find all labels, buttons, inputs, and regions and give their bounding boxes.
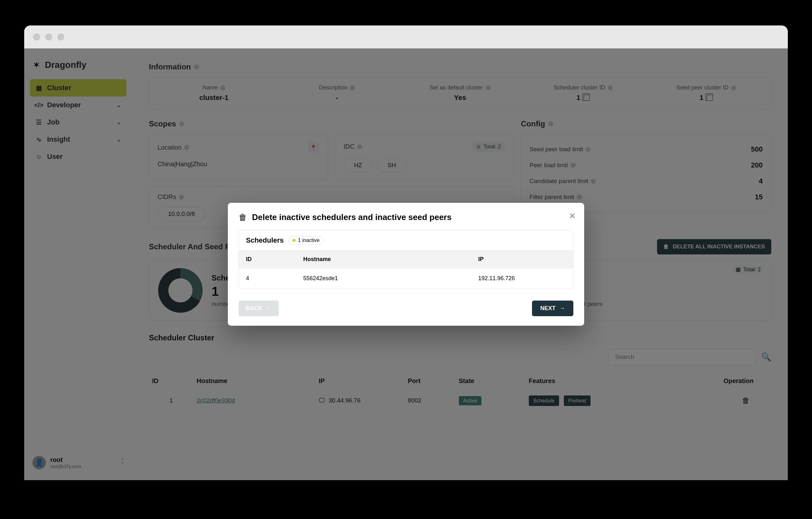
modal-title: Delete inactive schedulers and inactive … [252,212,452,222]
schedulers-table: ID Hostname IP 4 556242esde1 192.11.96.7… [239,251,573,289]
arrow-left-icon: ← [266,305,272,312]
next-button[interactable]: NEXT→ [532,301,573,316]
inactive-count-pill: 1 inactive [288,236,324,245]
back-button[interactable]: BACK← [239,301,279,316]
app-window: ✶ Dragonfly ▦ Cluster </> Developer ⌄ ☰ … [24,25,788,480]
traffic-light-zoom[interactable] [57,33,64,40]
sched-row-id: 4 [239,268,296,289]
sched-row-hostname: 556242esde1 [296,268,471,289]
table-row: 4 556242esde1 192.11.96.726 [239,268,573,289]
mac-titlebar [24,25,788,48]
traffic-light-minimize[interactable] [45,33,52,40]
status-dot-icon [292,239,296,242]
delete-inactive-modal: 🗑 Delete inactive schedulers and inactiv… [228,203,584,326]
trash-icon: 🗑 [239,212,247,222]
schedulers-label: Schedulers [246,236,284,245]
traffic-light-close[interactable] [33,33,40,40]
modal-close-button[interactable]: ✕ [569,211,576,221]
arrow-right-icon: → [559,305,565,312]
sched-row-ip: 192.11.96.726 [471,268,573,289]
schedulers-panel: Schedulers 1 inactive ID Hostname IP 4 5… [239,230,573,289]
